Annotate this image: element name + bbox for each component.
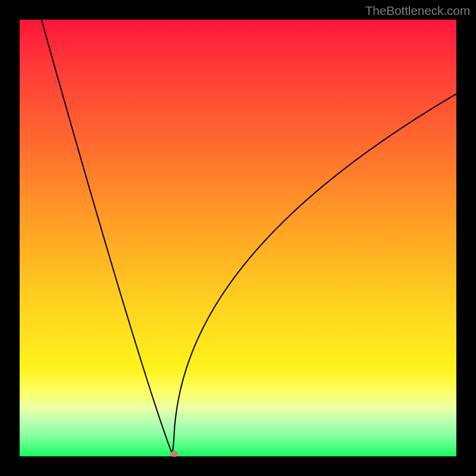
chart-stage: TheBottleneck.com (0, 0, 476, 476)
plot-area (20, 20, 456, 456)
optimum-marker (170, 451, 178, 457)
watermark-text: TheBottleneck.com (365, 4, 470, 18)
bottleneck-curve (20, 20, 456, 456)
